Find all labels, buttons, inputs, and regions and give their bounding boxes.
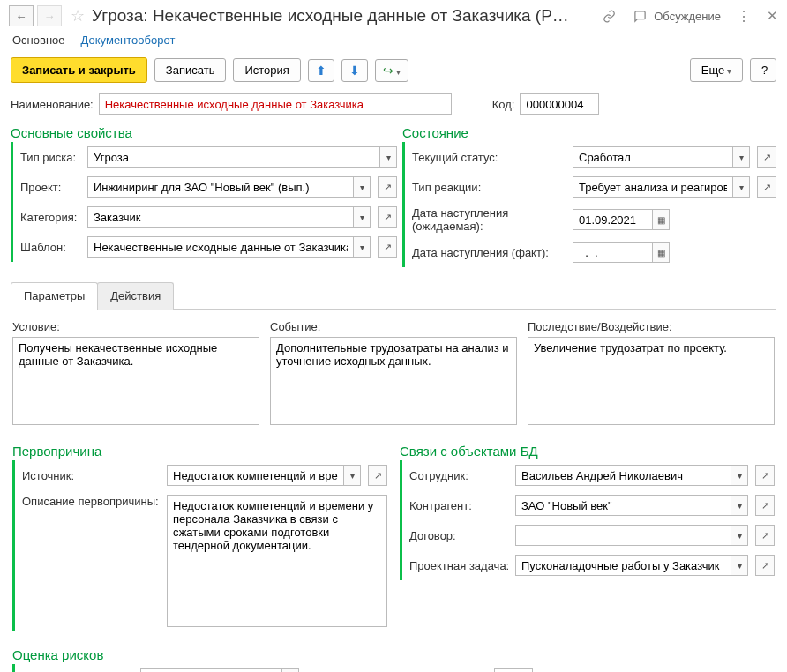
task-input[interactable] [515,555,731,576]
arrow-right-icon: → [44,10,56,23]
counterparty-input[interactable] [515,495,731,516]
favorite-star-icon[interactable]: ☆ [71,6,85,26]
name-input[interactable] [99,93,452,115]
move-down-button[interactable]: ⬇ [341,59,368,82]
consequence-label: Последствие/Воздействие: [528,320,775,333]
section-rootcause: Первопричина [12,437,387,460]
source-dropdown[interactable]: ▾ [343,465,361,486]
close-icon[interactable]: ✕ [767,8,778,24]
reaction-label: Тип реакции: [412,181,569,194]
condition-label: Условие: [12,320,259,333]
move-up-button[interactable]: ⬆ [308,59,334,82]
section-main-props: Основные свойства [11,118,397,142]
damage-input[interactable] [140,668,281,672]
source-input[interactable] [167,465,343,486]
date-fact-input[interactable] [573,242,652,263]
task-dropdown[interactable]: ▾ [731,555,748,576]
consequence-textarea[interactable] [528,337,775,425]
section-links: Связи с объектами БД [400,437,775,460]
section-state: Состояние [402,118,776,142]
date-fact-label: Дата наступления (факт): [412,246,569,259]
calendar-icon: ▦ [657,248,665,258]
page-title: Угроза: Некачественные исходные данные о… [92,6,590,26]
save-button[interactable]: Записать [154,58,227,82]
prob-input[interactable] [494,668,533,672]
category-input[interactable] [87,206,353,228]
tab-params[interactable]: Параметры [11,282,98,310]
calendar-icon: ▦ [657,215,665,225]
help-button[interactable]: ? [750,58,776,82]
employee-open[interactable]: ↗ [755,465,775,486]
category-open[interactable]: ↗ [378,206,397,228]
status-label: Текущий статус: [412,151,569,164]
date-fact-calendar[interactable]: ▦ [652,242,670,263]
project-dropdown[interactable]: ▾ [353,176,371,198]
contract-open[interactable]: ↗ [755,525,775,546]
template-dropdown[interactable]: ▾ [353,236,371,258]
tab-actions[interactable]: Действия [97,282,174,310]
project-input[interactable] [87,176,353,198]
event-label: Событие: [270,320,517,333]
arrow-down-icon: ⬇ [349,63,360,78]
date-exp-calendar[interactable]: ▦ [652,209,670,230]
template-label: Шаблон: [20,241,84,254]
history-button[interactable]: История [233,58,300,82]
desc-label: Описание первопричины: [22,495,163,508]
category-dropdown[interactable]: ▾ [353,206,371,228]
reaction-dropdown[interactable]: ▾ [732,176,750,198]
goto-icon: ↪ [383,63,394,78]
goto-button[interactable]: ↪ [375,59,408,82]
code-label: Код: [492,98,515,111]
tab-docflow[interactable]: Документооборот [81,34,176,47]
tab-main[interactable]: Основное [12,34,65,47]
arrow-up-icon: ⬆ [316,63,326,78]
arrow-left-icon: ← [16,10,27,23]
template-open[interactable]: ↗ [378,236,397,258]
risk-type-dropdown[interactable]: ▾ [379,146,397,168]
status-dropdown[interactable]: ▾ [732,146,750,168]
counterparty-open[interactable]: ↗ [755,495,775,516]
task-label: Проектная задача: [409,559,512,572]
date-exp-input[interactable] [573,209,652,230]
employee-dropdown[interactable]: ▾ [731,465,748,486]
contract-label: Договор: [409,529,512,542]
status-input[interactable] [573,146,732,168]
section-risk-eval: Оценка рисков [12,640,775,664]
nav-forward-button[interactable]: → [37,5,62,26]
nav-back-button[interactable]: ← [9,5,34,26]
date-exp-label: Дата наступления (ожидаемая): [412,206,569,233]
status-open[interactable]: ↗ [757,146,776,168]
risk-type-label: Тип риска: [20,151,84,164]
template-input[interactable] [87,236,353,258]
project-open[interactable]: ↗ [378,176,397,198]
contract-input[interactable] [515,525,731,546]
source-label: Источник: [22,469,163,482]
contract-dropdown[interactable]: ▾ [731,525,748,546]
more-menu-icon[interactable]: ⋮ [737,8,751,25]
code-input[interactable] [520,93,599,115]
event-textarea[interactable] [270,337,517,425]
category-label: Категория: [20,211,84,224]
reaction-input[interactable] [573,176,732,198]
condition-textarea[interactable] [12,337,259,425]
counterparty-label: Контрагент: [409,499,512,512]
discuss-link[interactable]: Обсуждение [654,10,721,23]
employee-input[interactable] [515,465,731,486]
link-icon[interactable] [603,10,616,23]
name-label: Наименование: [11,98,94,111]
employee-label: Сотрудник: [409,469,512,482]
desc-textarea[interactable] [167,495,387,627]
risk-type-input[interactable] [87,146,379,168]
counterparty-dropdown[interactable]: ▾ [731,495,748,516]
reaction-open[interactable]: ↗ [757,176,776,198]
source-open[interactable]: ↗ [368,465,387,486]
project-label: Проект: [20,181,84,194]
more-button[interactable]: Еще [690,58,743,82]
task-open[interactable]: ↗ [755,555,775,576]
damage-calc[interactable]: ▦ [281,668,299,672]
save-close-button[interactable]: Записать и закрыть [11,57,147,83]
discuss-icon[interactable] [633,10,647,23]
